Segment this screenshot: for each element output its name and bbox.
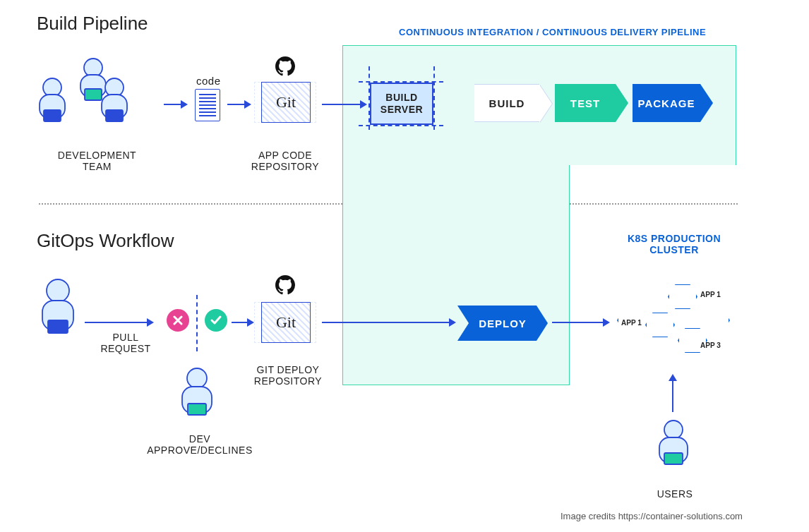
approve-icon: [205, 309, 227, 332]
dev-approve-label: DEV APPROVE/DECLINES: [147, 433, 253, 456]
cicd-seam-cover: [343, 164, 569, 167]
git-label-1: Git: [276, 93, 296, 111]
stage-deploy: DEPLOY: [469, 306, 537, 341]
arrowhead-person-pr: [147, 318, 154, 327]
code-icon: [195, 89, 220, 121]
approver-person-icon: [176, 367, 217, 423]
git-repo-app: Git: [261, 82, 311, 123]
k8s-app2-label: APP 1: [621, 319, 642, 327]
app-repo-label: APP CODE REPOSITORY: [246, 150, 325, 172]
github-icon: [275, 56, 295, 76]
gitops-person-icon: [37, 278, 79, 346]
dev-team-label: DEVELOPMENT TEAM: [42, 150, 152, 172]
svg-point-9: [47, 279, 69, 302]
svg-rect-2: [85, 89, 102, 100]
users-person-icon: [654, 419, 693, 474]
svg-point-15: [664, 421, 683, 439]
k8s-pod-2: [645, 312, 675, 338]
arrow-git-deploy: [322, 322, 449, 323]
arrow-deploy-k8s: [552, 322, 603, 323]
arrow-person-pr: [85, 322, 147, 323]
k8s-pod-3: [678, 327, 707, 353]
title-build-pipeline: Build Pipeline: [37, 13, 148, 35]
arrow-users-k8s-line: [672, 381, 673, 412]
approve-decline-divider: [196, 295, 198, 351]
arrowhead-approve-git: [247, 318, 254, 327]
arrow-git-buildserver: [322, 104, 360, 105]
github-icon-2: [275, 275, 295, 295]
svg-rect-8: [106, 110, 123, 121]
k8s-title: K8S PRODUCTION CLUSTER: [614, 233, 734, 255]
git-label-2: Git: [276, 313, 296, 332]
code-label: code: [196, 75, 221, 87]
decline-icon: [167, 309, 189, 332]
arrowhead-users-k8s: [669, 374, 677, 381]
stage-package: PACKAGE: [633, 84, 700, 122]
stage-test: TEST: [555, 84, 616, 122]
svg-point-12: [187, 368, 207, 388]
section-divider-left: [39, 203, 342, 205]
k8s-hexagon: APP 1 APP 1 APP 3: [617, 271, 730, 370]
k8s-app3-label: APP 3: [700, 341, 721, 349]
svg-rect-14: [188, 404, 206, 415]
k8s-pod-1: [668, 284, 697, 310]
diagram-canvas: Build Pipeline GitOps Workflow CONTINUOU…: [0, 0, 809, 532]
title-gitops-workflow: GitOps Workflow: [37, 230, 174, 252]
arrow-code-git: [227, 104, 244, 105]
section-divider-right: [570, 203, 738, 205]
arrow-approve-git: [232, 322, 247, 323]
build-server-box: BUILD SERVER: [370, 83, 433, 125]
svg-rect-17: [664, 453, 683, 464]
cicd-pipeline-box-bottom: [342, 165, 570, 385]
pull-request-label: PULL REQUEST: [99, 332, 152, 354]
arrow-devteam-code: [164, 104, 181, 105]
arrowhead-git-buildserver: [360, 100, 367, 109]
arrowhead-code-git: [244, 100, 251, 109]
svg-point-0: [84, 59, 102, 77]
arrowhead-deploy-k8s: [603, 318, 610, 327]
deploy-repo-label: GIT DEPLOY REPOSITORY: [248, 364, 328, 387]
stage-build: BUILD: [474, 84, 539, 122]
users-label: USERS: [647, 488, 703, 500]
dev-team-icon: [37, 58, 150, 128]
svg-rect-5: [44, 110, 61, 121]
bs-guide-h2: [359, 125, 443, 126]
cicd-pipeline-label: CONTINUOUS INTEGRATION / CONTINUOUS DELI…: [399, 27, 706, 37]
bs-guide-v2: [433, 66, 435, 130]
svg-rect-11: [48, 320, 68, 333]
image-credits: Image credits https://container-solution…: [561, 511, 743, 521]
k8s-app1-label: APP 1: [700, 291, 721, 298]
arrowhead-devteam-code: [181, 100, 188, 109]
git-repo-deploy: Git: [261, 302, 311, 343]
arrowhead-git-deploy: [449, 318, 456, 327]
